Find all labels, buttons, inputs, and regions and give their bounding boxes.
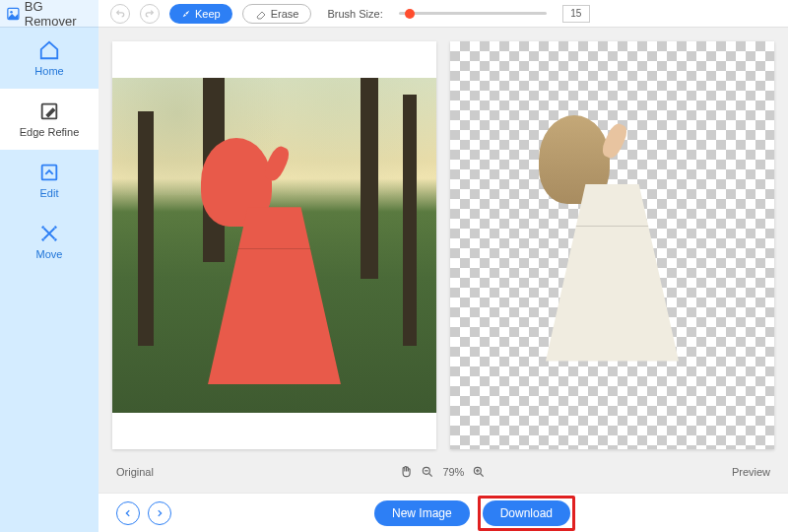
- zoom-in-icon: [472, 465, 486, 479]
- svg-rect-3: [42, 166, 57, 180]
- home-icon: [38, 39, 60, 61]
- dress-shape: [201, 207, 349, 384]
- brush-size-slider[interactable]: [399, 12, 547, 15]
- arm-shape: [599, 120, 630, 160]
- download-highlight: Download: [478, 496, 575, 531]
- arm-shape: [261, 144, 293, 183]
- keep-button[interactable]: Keep: [169, 4, 232, 24]
- redo-button[interactable]: [140, 4, 160, 24]
- erase-button[interactable]: Erase: [242, 4, 312, 24]
- erase-label: Erase: [271, 8, 299, 20]
- edit-icon: [38, 162, 60, 183]
- subject-mask: [201, 138, 349, 384]
- original-panel[interactable]: [112, 41, 436, 449]
- svg-line-8: [481, 474, 484, 477]
- preview-panel[interactable]: [450, 41, 774, 449]
- edge-refine-icon: [38, 100, 60, 122]
- prev-image-button[interactable]: [116, 501, 140, 525]
- original-image: [112, 78, 436, 412]
- pan-tool-button[interactable]: [399, 465, 413, 479]
- download-button[interactable]: Download: [483, 500, 570, 526]
- subject-cutout: [539, 115, 687, 362]
- undo-icon: [115, 9, 125, 19]
- workspace: Original 79% Preview New Image Download: [98, 28, 788, 532]
- sidebar-item-label: Edge Refine: [20, 126, 80, 138]
- brand-logo-icon: [6, 6, 21, 22]
- sidebar-item-move[interactable]: Move: [0, 211, 98, 272]
- status-bar: Original 79% Preview: [98, 459, 788, 485]
- tree-decoration: [138, 111, 154, 346]
- next-image-button[interactable]: [148, 501, 171, 525]
- sidebar-item-label: Move: [36, 248, 63, 260]
- redo-icon: [145, 9, 155, 19]
- bottom-bar: New Image Download: [98, 493, 788, 532]
- erase-icon: [255, 8, 267, 20]
- dress-shape: [539, 184, 687, 362]
- zoom-out-button[interactable]: [421, 465, 434, 479]
- keep-label: Keep: [195, 8, 221, 20]
- brand: BG Remover: [0, 0, 98, 28]
- zoom-level: 79%: [442, 466, 464, 478]
- topbar: Keep Erase Brush Size: 15: [98, 0, 788, 28]
- tree-decoration: [361, 78, 378, 279]
- panels-row: [98, 28, 788, 459]
- tree-decoration: [403, 95, 417, 346]
- slider-thumb[interactable]: [405, 9, 415, 19]
- zoom-out-icon: [421, 465, 434, 479]
- brand-name: BG Remover: [25, 0, 93, 29]
- sidebar-item-label: Edit: [40, 187, 59, 199]
- sidebar-item-home[interactable]: Home: [0, 28, 98, 89]
- original-caption: Original: [116, 466, 154, 478]
- brush-size-label: Brush Size:: [327, 8, 382, 20]
- zoom-in-button[interactable]: [472, 465, 486, 479]
- svg-line-5: [429, 474, 432, 477]
- move-icon: [38, 223, 60, 244]
- new-image-label: New Image: [392, 506, 452, 520]
- sidebar-item-edge-refine[interactable]: Edge Refine: [0, 89, 98, 150]
- preview-caption: Preview: [732, 466, 770, 478]
- sidebar-item-edit[interactable]: Edit: [0, 150, 98, 211]
- sidebar: BG Remover Home Edge Refine Edit Move: [0, 0, 98, 532]
- brush-keep-icon: [181, 9, 191, 19]
- brush-size-value: 15: [562, 5, 590, 23]
- sidebar-item-label: Home: [34, 65, 63, 77]
- undo-button[interactable]: [110, 4, 130, 24]
- chevron-left-icon: [123, 508, 133, 518]
- chevron-right-icon: [155, 508, 164, 518]
- hand-icon: [399, 465, 413, 479]
- new-image-button[interactable]: New Image: [374, 500, 470, 526]
- download-label: Download: [500, 506, 553, 520]
- svg-point-1: [10, 10, 12, 12]
